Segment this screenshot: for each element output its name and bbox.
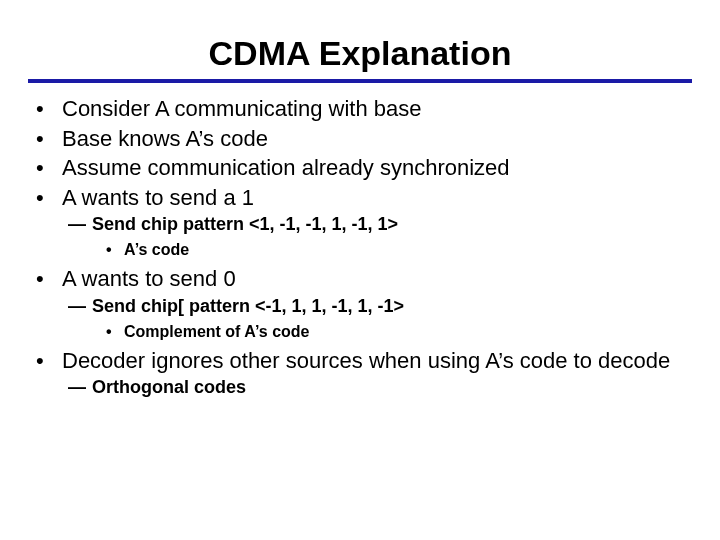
item-text: Send chip[ pattern <-1, 1, 1, -1, 1, -1>	[92, 295, 686, 318]
slide-body: • Consider A communicating with base • B…	[28, 95, 692, 400]
bullet-icon: •	[34, 347, 62, 375]
item-text: A wants to send a 1	[62, 184, 686, 212]
list-item: • A wants to send 0	[34, 265, 686, 293]
bullet-icon: •	[34, 95, 62, 123]
item-text: Send chip pattern <1, -1, -1, 1, -1, 1>	[92, 213, 686, 236]
list-item: • A wants to send a 1	[34, 184, 686, 212]
bullet-icon: •	[106, 322, 124, 343]
item-text: Decoder ignores other sources when using…	[62, 347, 686, 375]
list-item: • Base knows A’s code	[34, 125, 686, 153]
bullet-icon: •	[34, 154, 62, 182]
item-text: Base knows A’s code	[62, 125, 686, 153]
bullet-icon: •	[106, 240, 124, 261]
slide-title: CDMA Explanation	[28, 34, 692, 83]
item-text: Consider A communicating with base	[62, 95, 686, 123]
bullet-icon: •	[34, 265, 62, 293]
list-item: • Decoder ignores other sources when usi…	[34, 347, 686, 375]
list-item: — Send chip[ pattern <-1, 1, 1, -1, 1, -…	[68, 295, 686, 318]
list-item: • Consider A communicating with base	[34, 95, 686, 123]
list-item: — Send chip pattern <1, -1, -1, 1, -1, 1…	[68, 213, 686, 236]
dash-icon: —	[68, 376, 92, 399]
list-item: • A’s code	[106, 240, 686, 261]
dash-icon: —	[68, 213, 92, 236]
item-text: Assume communication already synchronize…	[62, 154, 686, 182]
item-text: Complement of A’s code	[124, 322, 686, 343]
list-item: • Assume communication already synchroni…	[34, 154, 686, 182]
list-item: • Complement of A’s code	[106, 322, 686, 343]
bullet-icon: •	[34, 184, 62, 212]
list-item: — Orthogonal codes	[68, 376, 686, 399]
bullet-icon: •	[34, 125, 62, 153]
item-text: Orthogonal codes	[92, 376, 686, 399]
dash-icon: —	[68, 295, 92, 318]
item-text: A wants to send 0	[62, 265, 686, 293]
item-text: A’s code	[124, 240, 686, 261]
